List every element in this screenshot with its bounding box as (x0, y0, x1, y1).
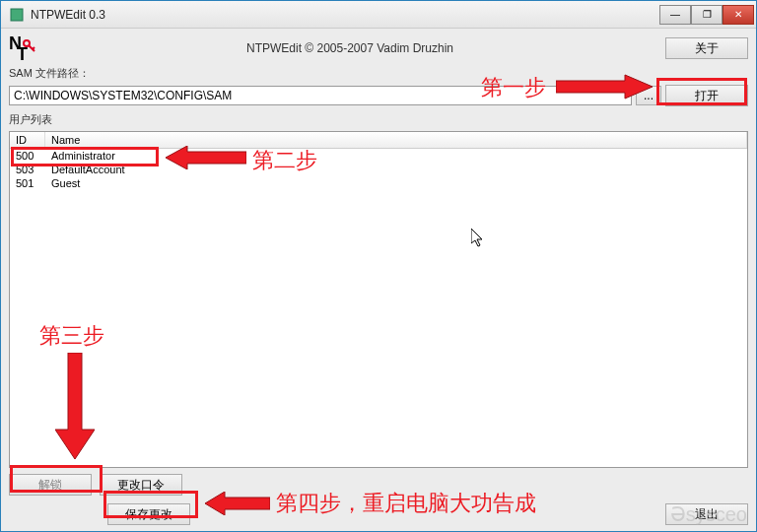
save-changes-button[interactable]: 保存更改 (107, 503, 190, 525)
change-password-button[interactable]: 更改口令 (100, 474, 182, 496)
copyright-text: NTPWEdit © 2005-2007 Vadim Druzhin (38, 41, 661, 55)
watermark: Əsysceo (670, 502, 747, 526)
svg-line-3 (33, 47, 34, 49)
list-item[interactable]: 503 DefaultAccount (10, 163, 747, 176)
list-item[interactable]: 501 Guest (10, 176, 747, 190)
maximize-button[interactable]: ❐ (691, 5, 723, 25)
titlebar[interactable]: NTPWEdit 0.3 — ❐ ✕ (1, 1, 756, 29)
list-item[interactable]: 500 Administrator (10, 149, 747, 163)
app-logo: N T (9, 35, 34, 61)
path-label: SAM 文件路径： (9, 66, 748, 81)
window-title: NTPWEdit 0.3 (31, 8, 659, 22)
close-button[interactable]: ✕ (723, 5, 754, 25)
col-name-header[interactable]: Name (45, 132, 747, 148)
svg-rect-0 (11, 9, 23, 21)
user-listbox: ID Name 500 Administrator 503 DefaultAcc… (9, 131, 748, 468)
browse-button[interactable]: ... (636, 86, 661, 105)
ntpwedit-window: NTPWEdit 0.3 — ❐ ✕ N T NTPWEdit © 2005-2… (0, 0, 757, 532)
minimize-button[interactable]: — (659, 5, 691, 25)
open-button[interactable]: 打开 (665, 85, 748, 106)
client-area: N T NTPWEdit © 2005-2007 Vadim Druzhin 关… (1, 29, 756, 531)
about-button[interactable]: 关于 (665, 37, 748, 59)
userlist-label: 用户列表 (9, 112, 748, 127)
unlock-button[interactable]: 解锁 (9, 474, 92, 496)
col-id-header[interactable]: ID (10, 132, 45, 148)
list-header: ID Name (10, 132, 747, 149)
app-icon (9, 7, 25, 23)
sam-path-input[interactable] (9, 86, 632, 105)
